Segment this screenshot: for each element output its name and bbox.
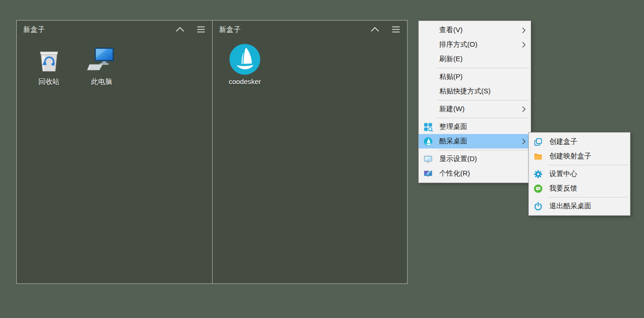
submenu-chevron-icon [522,138,526,145]
menu-item-paste[interactable]: 粘贴(P) [419,70,531,84]
box-header[interactable]: 新盒子 [17,21,212,38]
box-body: coodesker [213,38,407,283]
menu-separator [437,118,529,118]
coodesker-icon [229,43,261,76]
menu-item-coodesker[interactable]: 酷呆桌面 [419,134,531,148]
menu-item-label: 创建盒子 [549,137,577,146]
menu-item-label: 刷新(E) [439,55,463,64]
menu-item-label: 设置中心 [549,170,577,178]
organize-desktop-icon [423,122,433,132]
menu-item-label: 粘贴(P) [439,72,463,81]
menu-item-label: 粘贴快捷方式(S) [439,87,491,96]
menu-separator [547,197,629,198]
desktop-box-2: 新盒子 coodesker [212,20,408,284]
menu-item-personalize[interactable]: 个性化(R) [419,166,531,181]
coodesker-icon [423,137,433,146]
menu-item-label: 查看(V) [439,26,463,35]
recycle-bin-icon [34,43,64,76]
submenu-item-settings-center[interactable]: 设置中心 [529,167,630,181]
submenu-chevron-icon [522,27,526,34]
menu-item-paste-shortcut[interactable]: 粘贴快捷方式(S) [419,84,531,99]
icon-label: 回收站 [39,78,60,86]
menu-item-refresh[interactable]: 刷新(E) [419,52,531,66]
menu-separator [437,100,529,100]
menu-item-label: 酷呆桌面 [439,137,467,146]
submenu-item-create-mapped-box[interactable]: 创建映射盒子 [529,149,630,163]
menu-item-label: 个性化(R) [439,169,470,178]
box-title: 新盒子 [219,25,359,34]
submenu-item-feedback[interactable]: 我要反馈 [529,181,630,196]
icon-label: 此电脑 [91,78,112,86]
menu-item-label: 创建映射盒子 [549,152,591,161]
power-icon [533,202,543,211]
desktop-icon-coodesker[interactable]: coodesker [221,43,269,85]
display-settings-icon [423,155,433,164]
menu-item-label: 新建(W) [439,105,464,113]
menu-item-view[interactable]: 查看(V) [419,23,531,37]
feedback-icon [533,184,543,193]
menu-item-display-settings[interactable]: 显示设置(D) [419,152,531,166]
desktop: 新盒子 回收站 [0,0,644,318]
menu-item-label: 我要反馈 [549,184,577,193]
context-menu: 查看(V) 排序方式(O) 刷新(E) 粘贴(P) 粘贴快捷方式(S) 新建(W… [418,21,531,183]
box-body: 回收站 [17,38,212,283]
submenu-chevron-icon [522,106,526,113]
icon-label: coodesker [229,78,261,85]
menu-item-sort[interactable]: 排序方式(O) [419,37,531,52]
submenu-chevron-icon [522,42,526,48]
box-menu-icon[interactable] [391,25,401,34]
submenu-item-exit-coodesker[interactable]: 退出酷呆桌面 [529,199,630,213]
menu-separator [547,165,629,165]
collapse-chevron-icon[interactable] [175,26,185,33]
coodesker-submenu: 创建盒子 创建映射盒子 [528,132,630,216]
menu-separator [437,150,529,150]
menu-item-new[interactable]: 新建(W) [419,102,531,116]
settings-gear-icon [533,170,543,179]
collapse-chevron-icon[interactable] [370,26,380,33]
personalization-icon [423,169,433,178]
desktop-box-1: 新盒子 回收站 [16,20,213,284]
create-box-icon [533,137,543,147]
box-menu-icon[interactable] [196,25,206,34]
menu-item-organize-desktop[interactable]: 整理桌面 [419,120,531,134]
mapped-folder-icon [533,152,543,161]
menu-separator [437,68,529,68]
menu-item-label: 整理桌面 [439,122,467,131]
menu-item-label: 退出酷呆桌面 [549,202,591,211]
box-header[interactable]: 新盒子 [213,21,407,38]
menu-item-label: 显示设置(D) [439,155,477,163]
menu-item-label: 排序方式(O) [439,40,478,49]
desktop-icon-recycle-bin[interactable]: 回收站 [25,43,73,86]
this-pc-icon [87,43,117,76]
box-title: 新盒子 [23,25,164,34]
submenu-item-create-box[interactable]: 创建盒子 [529,134,630,149]
desktop-icon-this-pc[interactable]: 此电脑 [77,43,126,86]
